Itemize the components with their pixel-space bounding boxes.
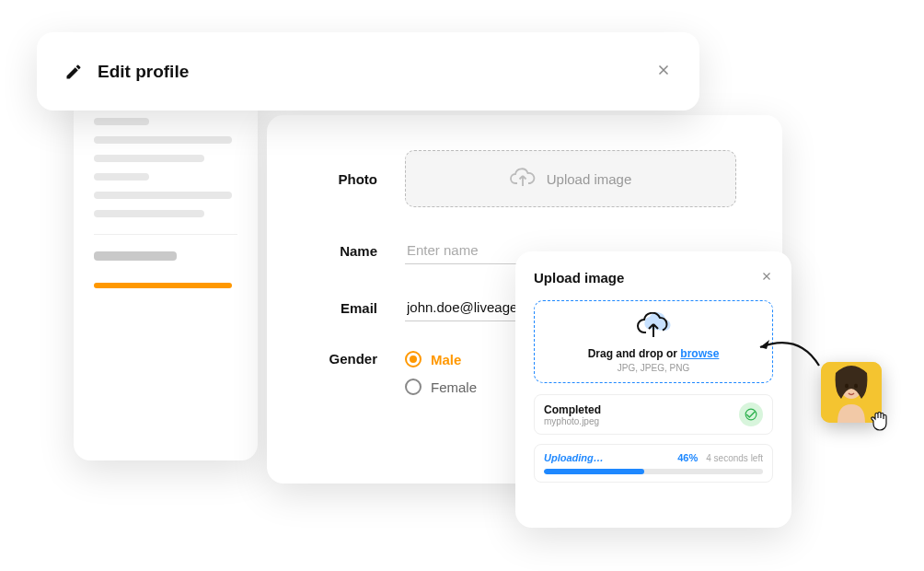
progress-bar	[544, 469, 763, 474]
close-icon[interactable]	[655, 60, 672, 84]
active-section-indicator	[94, 283, 232, 288]
edit-profile-header: Edit profile	[37, 32, 699, 111]
check-circle-icon	[739, 402, 763, 426]
progress-fill	[544, 469, 644, 474]
drag-arrow-icon	[753, 327, 822, 377]
completed-file-row: Completed myphoto.jpeg	[534, 394, 773, 435]
skeleton-line	[94, 173, 149, 181]
skeleton-line	[94, 251, 177, 261]
dropzone-formats: JPG, JPEG, PNG	[542, 363, 765, 373]
grab-cursor-icon	[869, 409, 893, 437]
sidebar-card	[74, 92, 258, 460]
divider	[94, 234, 237, 235]
file-name: myphoto.jpeg	[544, 416, 601, 426]
skeleton-line	[94, 210, 204, 217]
radio-label: Male	[431, 352, 461, 367]
gender-label: Gender	[313, 351, 377, 367]
skeleton-line	[94, 136, 232, 144]
photo-label: Photo	[313, 171, 377, 187]
skeleton-line	[94, 192, 232, 199]
file-status: Completed	[544, 403, 601, 416]
upload-image-modal: Upload image Drag and drop or browse JPG…	[515, 251, 791, 528]
page-title: Edit profile	[98, 62, 189, 82]
name-label: Name	[313, 243, 377, 259]
dropzone[interactable]: Drag and drop or browse JPG, JPEG, PNG	[534, 300, 773, 383]
skeleton-line	[94, 155, 204, 162]
radio-label: Female	[431, 379, 477, 395]
uploading-file-row: Uploading… 46% 4 seconds left	[534, 444, 773, 483]
dropzone-text: Drag and drop or browse	[542, 347, 765, 360]
cloud-upload-icon	[635, 327, 672, 343]
upload-zone-text: Upload image	[547, 171, 632, 187]
upload-time-left: 4 seconds left	[706, 453, 763, 463]
upload-modal-title: Upload image	[534, 270, 624, 286]
cloud-upload-icon	[510, 168, 536, 191]
radio-icon	[405, 379, 422, 395]
close-icon[interactable]	[760, 268, 773, 287]
upload-image-zone[interactable]: Upload image	[405, 150, 736, 207]
skeleton-line	[94, 118, 149, 125]
gender-radio-female[interactable]: Female	[405, 379, 477, 395]
browse-link[interactable]: browse	[680, 347, 719, 360]
upload-status: Uploading…	[544, 452, 604, 463]
radio-icon	[405, 351, 422, 367]
gender-radio-male[interactable]: Male	[405, 351, 477, 367]
svg-point-4	[854, 384, 858, 389]
pencil-icon	[64, 63, 83, 81]
gender-radio-group: Male Female	[405, 351, 477, 395]
email-label: Email	[313, 300, 377, 316]
upload-percent: 46%	[677, 452, 698, 463]
svg-point-3	[845, 384, 849, 389]
